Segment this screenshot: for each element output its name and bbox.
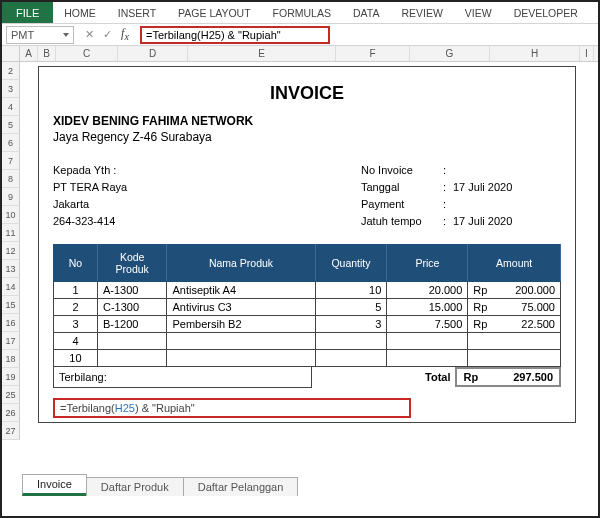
col-header-e[interactable]: E xyxy=(188,46,336,61)
row-header-18[interactable]: 18 xyxy=(2,350,20,368)
tab-review[interactable]: REVIEW xyxy=(390,2,453,23)
meta-payment-value xyxy=(453,196,561,213)
row-header-19[interactable]: 19 xyxy=(2,368,20,386)
formula-echo-post: ) & "Rupiah" xyxy=(135,402,195,414)
chevron-down-icon[interactable] xyxy=(63,33,69,37)
row-header-14[interactable]: 14 xyxy=(2,278,20,296)
cell-kode[interactable]: A-1300 xyxy=(97,282,166,299)
meta-date-value: 17 Juli 2020 xyxy=(453,179,561,196)
meta-payment-label: Payment xyxy=(361,196,443,213)
meta-due-label: Jatuh tempo xyxy=(361,213,443,230)
tab-view[interactable]: VIEW xyxy=(454,2,503,23)
th-qty: Quantity xyxy=(315,245,387,282)
col-header-d[interactable]: D xyxy=(118,46,188,61)
cell-qty[interactable] xyxy=(315,333,387,350)
col-header-h[interactable]: H xyxy=(490,46,580,61)
col-header-f[interactable]: F xyxy=(336,46,410,61)
row-header-11[interactable]: 11 xyxy=(2,224,20,242)
cell-nama[interactable]: Pembersih B2 xyxy=(167,316,315,333)
col-header-c[interactable]: C xyxy=(56,46,118,61)
cell-qty[interactable]: 5 xyxy=(315,299,387,316)
cell-nama[interactable]: Antivirus C3 xyxy=(167,299,315,316)
row-header-9[interactable]: 9 xyxy=(2,188,20,206)
cell-no[interactable]: 4 xyxy=(54,333,98,350)
row-header-25[interactable]: 25 xyxy=(2,386,20,404)
enter-icon[interactable]: ✓ xyxy=(100,28,114,41)
cancel-icon[interactable]: ✕ xyxy=(82,28,96,41)
cell-nama[interactable] xyxy=(167,350,315,367)
sheet-tab-daftar-produk[interactable]: Daftar Produk xyxy=(86,477,184,496)
row-header-6[interactable]: 6 xyxy=(2,134,20,152)
col-header-i[interactable]: I xyxy=(580,46,594,61)
tab-formulas[interactable]: FORMULAS xyxy=(262,2,342,23)
cell-price[interactable]: 20.000 xyxy=(387,282,468,299)
row-header-7[interactable]: 7 xyxy=(2,152,20,170)
row-header-16[interactable]: 16 xyxy=(2,314,20,332)
cell-price[interactable] xyxy=(387,333,468,350)
row-header-8[interactable]: 8 xyxy=(2,170,20,188)
cell-qty[interactable]: 3 xyxy=(315,316,387,333)
cell-amount[interactable]: Rp75.000 xyxy=(468,299,561,316)
row-header-10[interactable]: 10 xyxy=(2,206,20,224)
sheet-tab-invoice[interactable]: Invoice xyxy=(22,474,87,496)
row-header-17[interactable]: 17 xyxy=(2,332,20,350)
recipient-name: PT TERA Raya xyxy=(53,179,361,196)
table-row[interactable]: 4 xyxy=(54,333,561,350)
row-header-13[interactable]: 13 xyxy=(2,260,20,278)
formula-text: =Terbilang(H25) & "Rupiah" xyxy=(146,29,281,41)
row-header-12[interactable]: 12 xyxy=(2,242,20,260)
fx-icon[interactable]: fx xyxy=(118,26,132,42)
cell-kode[interactable] xyxy=(97,333,166,350)
formula-bar-icons: ✕ ✓ fx xyxy=(78,26,136,42)
cell-amount[interactable] xyxy=(468,350,561,367)
cell-price[interactable]: 7.500 xyxy=(387,316,468,333)
col-header-g[interactable]: G xyxy=(410,46,490,61)
col-header-a[interactable]: A xyxy=(20,46,38,61)
total-amount-cell[interactable]: Rp 297.500 xyxy=(455,367,561,387)
file-tab[interactable]: FILE xyxy=(2,2,53,23)
cell-qty[interactable] xyxy=(315,350,387,367)
recipient-block: Kepada Yth : PT TERA Raya Jakarta 264-32… xyxy=(53,162,361,230)
col-header-b[interactable]: B xyxy=(38,46,56,61)
tab-data[interactable]: DATA xyxy=(342,2,390,23)
table-row[interactable]: 2C-1300Antivirus C3515.000Rp75.000 xyxy=(54,299,561,316)
row-header-4[interactable]: 4 xyxy=(2,98,20,116)
table-row[interactable]: 10 xyxy=(54,350,561,367)
cell-kode[interactable]: C-1300 xyxy=(97,299,166,316)
invoice-document: INVOICE XIDEV BENING FAHIMA NETWORK Jaya… xyxy=(38,66,576,423)
cell-no[interactable]: 10 xyxy=(54,350,98,367)
formula-echo-pre: =Terbilang( xyxy=(60,402,115,414)
table-row[interactable]: 1A-1300Antiseptik A41020.000Rp200.000 xyxy=(54,282,561,299)
cell-nama[interactable]: Antiseptik A4 xyxy=(167,282,315,299)
row-header-27[interactable]: 27 xyxy=(2,422,20,440)
tab-home[interactable]: HOME xyxy=(53,2,107,23)
cell-no[interactable]: 1 xyxy=(54,282,98,299)
cell-amount[interactable]: Rp200.000 xyxy=(468,282,561,299)
tab-page-layout[interactable]: PAGE LAYOUT xyxy=(167,2,262,23)
row-header-5[interactable]: 5 xyxy=(2,116,20,134)
cell-price[interactable]: 15.000 xyxy=(387,299,468,316)
table-row[interactable]: 3B-1200Pembersih B237.500Rp22.500 xyxy=(54,316,561,333)
formula-input[interactable]: =Terbilang(H25) & "Rupiah" xyxy=(140,26,330,44)
cell-amount[interactable]: Rp22.500 xyxy=(468,316,561,333)
formula-echo-cell[interactable]: =Terbilang(H25) & "Rupiah" xyxy=(53,398,411,418)
terbilang-label: Terbilang: xyxy=(54,367,312,387)
cell-no[interactable]: 3 xyxy=(54,316,98,333)
sheet-tab-daftar-pelanggan[interactable]: Daftar Pelanggan xyxy=(183,477,299,496)
row-header-3[interactable]: 3 xyxy=(2,80,20,98)
cell-price[interactable] xyxy=(387,350,468,367)
row-header-26[interactable]: 26 xyxy=(2,404,20,422)
cell-amount[interactable] xyxy=(468,333,561,350)
cell-no[interactable]: 2 xyxy=(54,299,98,316)
cell-nama[interactable] xyxy=(167,333,315,350)
row-header-15[interactable]: 15 xyxy=(2,296,20,314)
grid: ABCDEFGHI 234567891011121314151617181925… xyxy=(2,46,598,498)
select-all-corner[interactable] xyxy=(2,46,20,62)
tab-insert[interactable]: INSERT xyxy=(107,2,167,23)
row-header-2[interactable]: 2 xyxy=(2,62,20,80)
cell-kode[interactable]: B-1200 xyxy=(97,316,166,333)
name-box[interactable]: PMT xyxy=(6,26,74,44)
cell-qty[interactable]: 10 xyxy=(315,282,387,299)
cell-kode[interactable] xyxy=(97,350,166,367)
tab-developer[interactable]: DEVELOPER xyxy=(503,2,589,23)
